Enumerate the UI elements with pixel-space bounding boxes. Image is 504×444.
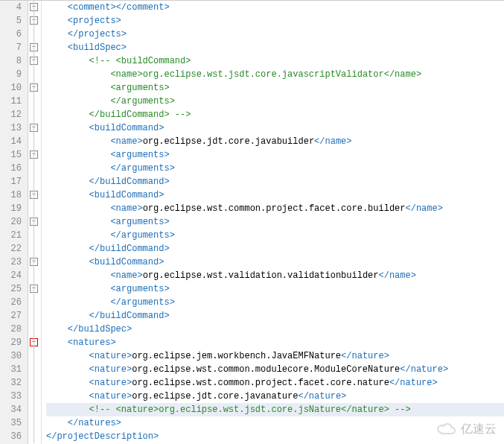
token-tag: <buildCommand>	[89, 257, 165, 267]
fold-gutter[interactable]: −−−−−−−−−−−−	[28, 1, 42, 444]
code-line[interactable]: <natures>	[46, 336, 504, 349]
code-line[interactable]: <name>org.eclipse.wst.common.project.fac…	[46, 202, 504, 215]
token-tag: </projectDescription>	[46, 431, 159, 442]
token-tag: </buildSpec>	[68, 324, 132, 334]
line-number: 19	[0, 202, 28, 215]
token-tag: </arguments>	[110, 230, 174, 241]
code-area[interactable]: <comment></comment> <projects> </project…	[42, 1, 504, 444]
code-editor[interactable]: 4567891011121314151617181920212223242526…	[0, 0, 504, 444]
code-line[interactable]: </arguments>	[46, 162, 504, 175]
code-line[interactable]: </projectDescription>	[46, 430, 504, 443]
token-tag: </nature>	[400, 364, 448, 375]
code-line[interactable]: <comment></comment>	[46, 1, 504, 14]
token-tag: </nature>	[389, 378, 438, 388]
line-number: 33	[0, 390, 28, 403]
line-number: 22	[0, 242, 28, 256]
token-tag: </name>	[314, 136, 351, 147]
token-tag: </comment>	[116, 2, 170, 13]
code-line[interactable]: <buildCommand>	[46, 256, 504, 269]
code-line[interactable]: </projects>	[46, 28, 504, 41]
token-comment: <name>org.eclipse.wst.jsdt.core.javascri…	[110, 69, 421, 80]
token-tag: </arguments>	[110, 163, 174, 174]
code-line[interactable]: </buildCommand>	[46, 242, 504, 256]
token-tag: <arguments>	[110, 150, 169, 160]
token-tag: </natures>	[68, 418, 121, 428]
token-text: org.eclipse.jem.workbench.JavaEMFNature	[132, 351, 341, 361]
code-line[interactable]: </buildSpec>	[46, 323, 504, 336]
token-tag: <name>	[110, 270, 142, 281]
line-number: 24	[0, 269, 28, 282]
line-number: 17	[0, 175, 28, 188]
code-line[interactable]: <!-- <nature>org.eclipse.wst.jsdt.core.j…	[46, 403, 504, 416]
line-number: 29	[0, 336, 28, 349]
code-line[interactable]: <nature>org.eclipse.jdt.core.javanature<…	[46, 390, 504, 403]
code-line[interactable]: <name>org.eclipse.jdt.core.javabuilder</…	[46, 135, 504, 148]
token-tag: </name>	[379, 270, 416, 281]
line-number: 9	[0, 68, 28, 81]
code-line[interactable]: <name>org.eclipse.wst.validation.validat…	[46, 269, 504, 282]
token-tag: <arguments>	[110, 217, 169, 227]
token-tag: <buildCommand>	[89, 190, 165, 200]
token-text: org.eclipse.jdt.core.javanature	[132, 391, 298, 402]
token-comment: <!-- <nature>org.eclipse.wst.jsdt.core.j…	[89, 405, 411, 415]
code-line[interactable]: <buildCommand>	[46, 188, 504, 202]
code-line[interactable]: </buildCommand>	[46, 175, 504, 188]
token-text: org.eclipse.wst.common.modulecore.Module…	[132, 364, 400, 375]
token-tag: <nature>	[89, 364, 133, 375]
token-comment: <!-- <buildCommand>	[89, 56, 191, 66]
token-tag: </name>	[406, 203, 443, 214]
code-line[interactable]: <!-- <buildCommand>	[46, 54, 504, 68]
line-number: 7	[0, 41, 28, 54]
token-tag: <buildSpec>	[68, 42, 127, 53]
code-line[interactable]: <nature>org.eclipse.wst.common.modulecor…	[46, 363, 504, 376]
line-number: 26	[0, 296, 28, 309]
token-tag: </nature>	[298, 391, 346, 402]
token-tag: <name>	[110, 136, 142, 147]
token-tag: <name>	[110, 203, 142, 214]
token-comment: </buildCommand> -->	[89, 110, 191, 120]
line-number: 16	[0, 162, 28, 175]
line-number: 36	[0, 430, 28, 443]
token-tag: <nature>	[89, 378, 133, 388]
line-number: 21	[0, 229, 28, 242]
code-line[interactable]: <nature>org.eclipse.jem.workbench.JavaEM…	[46, 349, 504, 363]
line-number: 35	[0, 416, 28, 430]
token-text: org.eclipse.wst.common.project.facet.cor…	[143, 203, 406, 214]
token-tag: </buildCommand>	[89, 311, 170, 321]
code-line[interactable]: <arguments>	[46, 282, 504, 296]
code-line[interactable]: <nature>org.eclipse.wst.common.project.f…	[46, 376, 504, 390]
line-number: 12	[0, 108, 28, 121]
code-line[interactable]: </buildCommand> -->	[46, 108, 504, 121]
line-number: 15	[0, 148, 28, 162]
line-number: 30	[0, 349, 28, 363]
code-line[interactable]: </arguments>	[46, 95, 504, 108]
code-line[interactable]: </natures>	[46, 416, 504, 430]
line-number: 27	[0, 309, 28, 323]
line-number: 18	[0, 188, 28, 202]
code-line[interactable]: </arguments>	[46, 296, 504, 309]
code-line[interactable]: </buildCommand>	[46, 309, 504, 323]
code-line[interactable]: <arguments>	[46, 81, 504, 95]
line-number: 8	[0, 54, 28, 68]
code-line[interactable]: <name>org.eclipse.wst.jsdt.core.javascri…	[46, 68, 504, 81]
code-line[interactable]: <buildCommand>	[46, 121, 504, 135]
token-tag: </buildCommand>	[89, 244, 170, 254]
token-tag: <projects>	[68, 16, 121, 26]
token-comment: <arguments>	[110, 83, 169, 93]
code-line[interactable]: <arguments>	[46, 148, 504, 162]
line-number: 13	[0, 121, 28, 135]
line-number: 10	[0, 81, 28, 95]
line-number: 6	[0, 28, 28, 41]
code-line[interactable]: <buildSpec>	[46, 41, 504, 54]
line-number: 11	[0, 95, 28, 108]
code-line[interactable]: </arguments>	[46, 229, 504, 242]
token-tag: <buildCommand>	[89, 123, 165, 133]
token-tag: </nature>	[341, 351, 389, 361]
token-text: org.eclipse.wst.validation.validationbui…	[143, 270, 379, 281]
token-tag: </buildCommand>	[89, 177, 170, 187]
token-tag: <natures>	[68, 337, 116, 348]
code-line[interactable]: <projects>	[46, 14, 504, 28]
code-line[interactable]: <arguments>	[46, 215, 504, 229]
token-tag: <comment>	[68, 2, 116, 13]
token-tag: </arguments>	[110, 297, 174, 308]
